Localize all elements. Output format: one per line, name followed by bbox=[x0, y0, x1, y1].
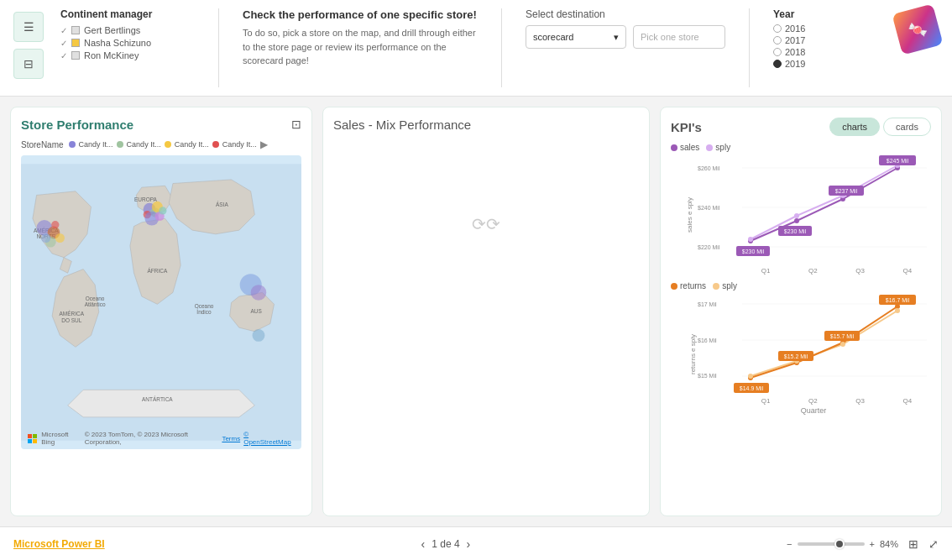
svg-text:AUS: AUS bbox=[251, 308, 263, 314]
svg-text:ÁFRICA: ÁFRICA bbox=[147, 267, 167, 274]
manager-name-1: Nasha Schizuno bbox=[84, 38, 151, 48]
returns-legend: returns sply bbox=[671, 281, 931, 290]
returns-x-q1: Q1 bbox=[761, 397, 771, 405]
tab-charts[interactable]: charts bbox=[829, 118, 880, 136]
year-2019[interactable]: 2019 bbox=[773, 59, 840, 69]
filter-icon[interactable]: ⊟ bbox=[13, 49, 44, 79]
zoom-slider[interactable] bbox=[798, 542, 865, 546]
returns-x-q3: Q3 bbox=[855, 397, 865, 405]
returns-chart-wrapper: returns e sply $17 Mil $16 Mil $15 Mil bbox=[696, 294, 931, 415]
page-indicator: 1 de 4 bbox=[432, 538, 459, 550]
store-legend: StoreName Candy It... Candy It... Candy … bbox=[21, 139, 301, 150]
year-label-2018: 2018 bbox=[785, 47, 805, 57]
scorecard-select[interactable]: scorecard ▾ bbox=[526, 25, 626, 49]
svg-text:Oceano: Oceano bbox=[86, 296, 105, 301]
year-2017[interactable]: 2017 bbox=[773, 35, 840, 45]
legend-dot-3 bbox=[212, 141, 219, 148]
continent-manager: Continent manager ✓ Gert Bertlings ✓ Nas… bbox=[60, 8, 195, 63]
prev-page-button[interactable]: ‹ bbox=[421, 537, 426, 551]
bing-text: Microsoft Bing bbox=[41, 431, 81, 446]
returns-x-labels: Q1 Q2 Q3 Q4 bbox=[696, 397, 931, 405]
returns-legend-label: returns bbox=[680, 281, 706, 290]
sales-x-q2: Q2 bbox=[808, 267, 818, 275]
sales-legend-item: sales bbox=[671, 143, 699, 152]
sales-legend-label: sales bbox=[680, 143, 699, 152]
returns-sply-label: sply bbox=[722, 281, 737, 290]
svg-text:$240 Mil: $240 Mil bbox=[698, 205, 720, 211]
sply-legend-item: sply bbox=[706, 143, 730, 152]
map-container[interactable]: AMÉRICA NORTE ÁSIA EUROPA Oceano Atlânti… bbox=[21, 155, 301, 449]
next-page-button[interactable]: › bbox=[467, 537, 471, 551]
fit-page-button[interactable]: ⊞ bbox=[908, 537, 918, 551]
kpi-panel: KPI's charts cards sales sply sales e sp… bbox=[660, 107, 942, 516]
bing-logo: Microsoft Bing bbox=[28, 431, 81, 446]
svg-point-26 bbox=[41, 233, 50, 243]
bing-squares bbox=[28, 434, 39, 443]
select-destination: Select destination scorecard ▾ Pick one … bbox=[526, 8, 725, 49]
zoom-plus[interactable]: + bbox=[870, 539, 875, 549]
zoom-thumb bbox=[834, 539, 845, 549]
sales-legend: sales sply bbox=[671, 143, 931, 152]
svg-point-20 bbox=[159, 207, 166, 214]
year-2018[interactable]: 2018 bbox=[773, 47, 840, 57]
map-copyright: © 2023 TomTom, © 2023 Microsoft Corporat… bbox=[85, 431, 219, 446]
svg-text:$230 Mil: $230 Mil bbox=[784, 228, 807, 234]
svg-text:$237 Mil: $237 Mil bbox=[835, 188, 858, 194]
radio-2018 bbox=[773, 48, 782, 56]
store-panel-title: Store Performance bbox=[21, 118, 301, 132]
store-performance-panel: Store Performance ⊡ StoreName Candy It..… bbox=[10, 107, 312, 516]
main-content: Store Performance ⊡ StoreName Candy It..… bbox=[0, 97, 952, 526]
legend-dot-0 bbox=[69, 141, 76, 148]
kpi-header: KPI's charts cards bbox=[671, 118, 931, 136]
sales-chart-svg: $260 Mil $240 Mil $220 Mil bbox=[696, 155, 931, 264]
legend-label-3: Candy It... bbox=[222, 140, 257, 149]
svg-text:$16 Mil: $16 Mil bbox=[698, 338, 717, 343]
map-footer: Microsoft Bing © 2023 TomTom, © 2023 Mic… bbox=[28, 431, 295, 446]
year-2016[interactable]: 2016 bbox=[773, 24, 840, 34]
svg-point-40 bbox=[748, 237, 753, 242]
svg-point-64 bbox=[840, 342, 845, 347]
svg-text:$17 Mil: $17 Mil bbox=[698, 301, 717, 307]
top-bar: ☰ ⊟ Continent manager ✓ Gert Bertlings ✓… bbox=[0, 0, 952, 97]
sales-y-label: sales e sply bbox=[686, 197, 693, 233]
expand-icon[interactable]: ⊡ bbox=[291, 118, 301, 131]
svg-point-24 bbox=[55, 233, 65, 243]
legend-label-0: Candy It... bbox=[79, 140, 113, 149]
svg-point-65 bbox=[895, 308, 900, 313]
kpi-tabs: charts cards bbox=[829, 118, 931, 136]
fullscreen-button[interactable]: ⤢ bbox=[928, 537, 939, 551]
performance-desc: To do so, pick a store on the map, and d… bbox=[243, 26, 478, 68]
menu-icon[interactable]: ☰ bbox=[13, 12, 44, 42]
tab-cards[interactable]: cards bbox=[883, 118, 931, 136]
store-picker[interactable]: Pick one store bbox=[633, 25, 725, 49]
svg-text:$260 Mil: $260 Mil bbox=[698, 165, 720, 171]
manager-color-2 bbox=[71, 51, 80, 60]
svg-text:ÁSIA: ÁSIA bbox=[216, 201, 228, 207]
sales-x-q3: Q3 bbox=[855, 267, 865, 275]
svg-text:DO SUL: DO SUL bbox=[61, 317, 82, 323]
legend-more-icon[interactable]: ▶ bbox=[260, 139, 268, 150]
svg-text:$14.9 Mil: $14.9 Mil bbox=[740, 385, 764, 391]
radio-2016 bbox=[773, 24, 782, 33]
sales-x-labels: Q1 Q2 Q3 Q4 bbox=[696, 267, 931, 275]
pbi-brand-link[interactable]: Microsoft Power BI bbox=[13, 538, 105, 550]
sq-red bbox=[28, 434, 32, 438]
svg-text:Índico: Índico bbox=[196, 308, 212, 315]
radio-2019 bbox=[773, 60, 782, 68]
svg-point-28 bbox=[251, 285, 267, 301]
zoom-minus[interactable]: − bbox=[787, 539, 792, 549]
manager-name-2: Ron McKiney bbox=[84, 50, 139, 60]
svg-text:$15.7 Mil: $15.7 Mil bbox=[830, 333, 855, 339]
returns-x-q4: Q4 bbox=[903, 397, 913, 405]
year-section: Year 2016 2017 2018 2019 bbox=[773, 8, 840, 71]
scorecard-value: scorecard bbox=[533, 32, 573, 42]
map-terms-link[interactable]: Terms bbox=[222, 435, 240, 442]
manager-item-1: ✓ Nasha Schizuno bbox=[60, 38, 195, 48]
sales-legend-dot bbox=[671, 144, 677, 151]
manager-name-0: Gert Bertlings bbox=[84, 25, 140, 35]
legend-label-2: Candy It... bbox=[175, 140, 209, 149]
check-icon-2: ✓ bbox=[60, 51, 67, 60]
returns-sply-legend-item: sply bbox=[713, 281, 737, 290]
map-openstreet-link[interactable]: © OpenStreetMap bbox=[243, 431, 295, 446]
returns-x-q2: Q2 bbox=[808, 397, 818, 405]
